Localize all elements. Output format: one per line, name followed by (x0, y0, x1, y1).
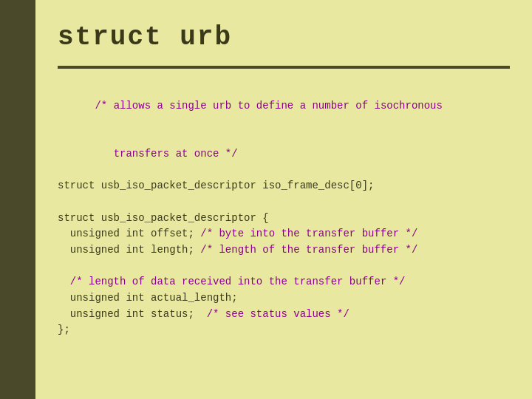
code-line-3: struct usb_iso_packet_descriptor iso_fra… (58, 178, 510, 194)
code-line-4: struct usb_iso_packet_descriptor { (58, 211, 510, 227)
main-content: struct urb /* allows a single urb to def… (35, 0, 532, 399)
code-line-1: /* allows a single urb to define a numbe… (58, 82, 510, 130)
code-line-10: }; (58, 322, 510, 338)
comment-6: /* see status values */ (207, 308, 349, 320)
code-line-5: unsigned int offset; /* byte into the tr… (58, 226, 510, 242)
page-title: struct urb (58, 22, 510, 52)
code-line-6: unsigned int length; /* length of the tr… (58, 242, 510, 259)
empty-line-1 (58, 194, 510, 211)
left-sidebar (0, 0, 35, 399)
comment-4: /* length of the transfer buffer */ (200, 244, 417, 256)
comment-5: /* length of data received into the tran… (70, 276, 406, 287)
code-line-7: /* length of data received into the tran… (58, 274, 510, 290)
empty-line-2 (58, 259, 510, 275)
comment-3: /* byte into the transfer buffer */ (200, 228, 417, 239)
code-line-9: unsigned int status; /* see status value… (58, 307, 510, 323)
comment-1: /* allows a single urb to define a numbe… (95, 100, 442, 112)
code-block: /* allows a single urb to define a numbe… (58, 82, 510, 338)
comment-2: transfers at once */ (95, 148, 237, 160)
code-line-2: transfers at once */ (58, 130, 510, 178)
title-divider (58, 66, 510, 69)
code-line-8: unsigned int actual_length; (58, 290, 510, 307)
